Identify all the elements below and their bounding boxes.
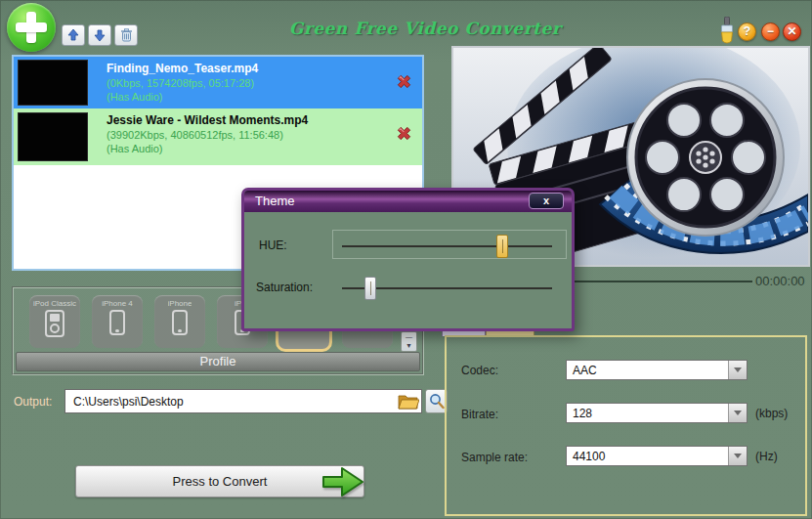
saturation-slider[interactable] [342,287,552,289]
move-down-button[interactable] [88,24,111,46]
audio-settings-panel: Codec: AAC Bitrate: 128 (kbps) Sample ra… [445,335,807,516]
chevron-down-icon[interactable] [728,447,747,465]
move-up-button[interactable] [62,24,85,46]
profile-bar[interactable]: Profile [16,352,420,371]
ipod-classic-icon [45,310,64,337]
arrow-up-icon [67,29,79,41]
file-audio-flag: (Has Audio) [107,91,258,103]
iphone-icon [109,310,125,335]
hue-label: HUE: [259,238,287,252]
samplerate-unit: (Hz) [755,450,778,463]
file-info: (39902Kbps, 40860512fps, 11:56:48) [107,129,308,141]
file-audio-flag: (Has Audio) [107,143,308,154]
bitrate-select[interactable]: 128 [566,403,748,423]
file-name: Finding_Nemo_Teaser.mp4 [107,62,258,75]
app-title: Green Free Video Converter [249,19,601,38]
file-info: (0Kbps, 1574208fps, 05:17:28) [107,77,258,89]
samplerate-label: Sample rate: [461,451,528,464]
theme-brush-icon[interactable] [719,17,735,44]
chevron-down-icon[interactable] [728,361,747,379]
profile-device-iphone4[interactable]: iPhone 4 [92,295,143,348]
theme-dialog-title: Theme [255,194,294,208]
bitrate-label: Bitrate: [461,408,498,421]
theme-dialog: Theme x HUE: Saturation: [241,188,575,331]
remove-file-icon[interactable] [396,125,412,142]
video-thumbnail [18,60,88,106]
theme-dialog-titlebar[interactable]: Theme x [244,191,572,212]
search-icon [429,393,445,410]
samplerate-select[interactable]: 44100 [566,446,748,466]
trash-icon [120,28,133,42]
profile-device-ipod-classic[interactable]: iPod Classic [29,295,80,348]
file-row-selected[interactable]: Finding_Nemo_Teaser.mp4 (0Kbps, 1574208f… [14,57,422,108]
codec-select[interactable]: AAC [566,360,748,380]
chevron-down-icon[interactable] [728,404,747,422]
output-label: Output: [14,395,52,409]
help-button[interactable]: ? [738,22,756,41]
convert-arrow-icon[interactable] [321,464,365,499]
hue-slider[interactable] [342,245,552,247]
delete-file-button[interactable] [114,24,138,46]
close-button[interactable]: ✕ [783,22,801,41]
preview-time: 00:00:00 [755,274,805,288]
saturation-label: Saturation: [256,281,313,294]
video-thumbnail [18,112,88,161]
hue-slider-frame [332,230,567,259]
hue-slider-thumb[interactable] [496,235,508,258]
profile-scroll-button[interactable]: —▼ [401,331,417,352]
app-window: Green Free Video Converter ? − ✕ Finding… [0,0,812,519]
profile-device-iphone[interactable]: iPhone [154,295,205,348]
bitrate-unit: (kbps) [755,407,788,420]
minimize-button[interactable]: − [761,22,780,41]
add-files-button[interactable] [7,3,56,52]
saturation-slider-thumb[interactable] [364,277,376,300]
file-name: Jessie Ware - Wildest Moments.mp4 [107,113,308,127]
output-path-input[interactable] [64,389,422,413]
browse-folder-icon[interactable] [398,392,419,411]
file-row[interactable]: Jessie Ware - Wildest Moments.mp4 (39902… [14,108,422,165]
remove-file-icon[interactable] [396,73,412,90]
iphone-icon [172,310,188,335]
arrow-down-icon [94,29,106,41]
dialog-close-button[interactable]: x [529,193,564,209]
codec-label: Codec: [461,364,498,377]
